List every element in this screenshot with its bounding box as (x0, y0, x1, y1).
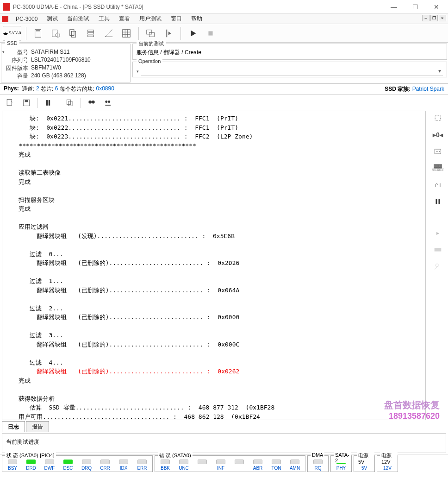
led-DWF: DWF (41, 460, 58, 471)
zero-icon[interactable]: ▸0◂ (431, 129, 444, 140)
menu-view[interactable]: 查看 (114, 14, 135, 24)
current-test-panel: 当前的测试 服务信息 / 翻译器 / Create (132, 44, 447, 60)
tab-log[interactable]: 日志 (2, 421, 25, 432)
main-toolbar: ◂▸ SATA0 (0, 24, 448, 43)
status-group-g2: 错 误 (SATA0)BBKUNCINFABRTONAMN (155, 455, 305, 472)
led-AMN: AMN (286, 460, 303, 471)
svg-rect-30 (439, 199, 440, 204)
status-group-g3: DMARQ (307, 455, 329, 472)
mdi-restore[interactable]: ❐ (430, 15, 438, 21)
status-group-g5: 电源 5V5V (354, 455, 375, 472)
serial-label: 序列号 (5, 57, 31, 64)
exit-icon[interactable] (161, 26, 176, 41)
log-console[interactable]: 块: 0x0221...............................… (2, 111, 426, 420)
svg-point-3 (56, 33, 60, 37)
menu-current-test[interactable]: 当前测试 (62, 14, 94, 24)
operation-panel: Operation ▾ (132, 62, 447, 77)
phys-line: Phys: 通道: 2 芯片: 6 每个芯片的块: 0x0890 SSD 家族:… (0, 84, 448, 95)
cap-label: 容量 (5, 72, 31, 80)
svg-rect-29 (436, 199, 437, 204)
menu-tools[interactable]: 工具 (94, 14, 114, 24)
ssd-legend: SSD (5, 40, 19, 46)
svg-point-21 (92, 101, 95, 104)
operation-caret-icon[interactable]: ▾ (137, 69, 139, 74)
svg-rect-13 (7, 100, 12, 106)
ruler-icon[interactable] (101, 26, 116, 41)
cap-value: 240 GB (468 862 128) (31, 72, 86, 80)
ssd-caret-icon[interactable]: ▾ (2, 50, 5, 54)
operation-combo[interactable] (141, 68, 443, 76)
mdi-minimize[interactable]: – (422, 15, 429, 21)
chip-icon[interactable] (431, 113, 444, 124)
svg-rect-16 (46, 100, 48, 106)
find-icon[interactable] (86, 97, 98, 109)
menubar: PC-3000 测试 当前测试 工具 查看 用户测试 窗口 帮助 – ❐ × (0, 14, 448, 24)
copy-sheets-icon[interactable] (66, 26, 81, 41)
svg-rect-17 (49, 100, 50, 106)
led-BSY: BSY (4, 460, 21, 471)
log-tabs: 日志 报告 (2, 421, 446, 432)
led-INF: INF (212, 460, 229, 471)
menu-app[interactable]: PC-3000 (11, 15, 42, 23)
perchip-value: 0x0890 (96, 85, 114, 93)
svg-rect-6 (88, 30, 94, 31)
led-TON: TON (268, 460, 285, 471)
menu-test[interactable]: 测试 (42, 14, 62, 24)
serial-value: LSL7024017109F06810 (31, 57, 91, 64)
led-ERR: ERR (134, 460, 150, 471)
save-icon[interactable] (20, 97, 32, 109)
svg-point-28 (439, 151, 440, 152)
copy-icon[interactable] (64, 97, 76, 109)
mdi-controls: – ❐ × (422, 15, 446, 21)
stop-button[interactable] (203, 26, 218, 41)
maximize-button[interactable]: ☐ (404, 0, 426, 14)
windows-icon[interactable] (143, 26, 158, 41)
model-label: 型号 (5, 49, 31, 57)
chip-value: 6 (55, 85, 58, 93)
find-next-icon[interactable] (102, 97, 114, 109)
close-button[interactable]: ✕ (426, 0, 447, 14)
status-group-g4: SATA-2PHY (330, 455, 352, 472)
svg-rect-8 (88, 35, 94, 37)
model-value: SATAFIRM S11 (31, 49, 70, 57)
menu-window[interactable]: 窗口 (166, 14, 187, 24)
svg-point-27 (437, 151, 438, 152)
led-blank (194, 460, 211, 471)
progress-legend: 当前测试进度 (6, 438, 442, 446)
tab-report[interactable]: 报告 (26, 421, 49, 432)
info-row: ▾ SSD 型号SATAFIRM S11 序列号LSL7024017109F06… (0, 43, 448, 84)
led-RQ: RQ (310, 460, 326, 471)
board-icon[interactable] (431, 146, 444, 157)
svg-rect-15 (25, 100, 28, 102)
reset-icon[interactable]: ▓▓▓RESET (431, 163, 444, 174)
fw-value: SBFM71W0 (31, 64, 61, 72)
sheet-icon[interactable] (31, 26, 46, 41)
minimize-button[interactable]: — (383, 0, 404, 14)
console-wrap: 块: 0x0221...............................… (0, 111, 448, 420)
play-button[interactable] (186, 26, 200, 41)
capacitor-icon[interactable] (431, 179, 444, 190)
led-ABR: ABR (249, 460, 266, 471)
menu-help[interactable]: 帮助 (187, 14, 207, 24)
svg-point-26 (436, 151, 437, 152)
led-DRD: DRD (23, 460, 39, 471)
mdi-close[interactable]: × (439, 15, 446, 21)
led-UNC: UNC (175, 460, 192, 471)
sata0-button[interactable]: ◂▸ SATA0 (3, 26, 21, 41)
phys-label: Phys: (4, 85, 19, 93)
perchip-label: 每个芯片的块: (60, 85, 94, 93)
led-blank (231, 460, 248, 471)
gear-sheet-icon[interactable] (49, 26, 63, 41)
window-title: PC-3000 UDMA-E - China - [PS SSD Utility… (13, 4, 383, 10)
menu-app-icon (2, 16, 8, 22)
grid-icon[interactable] (119, 26, 134, 41)
chan-label: 通道: (22, 85, 34, 93)
new-doc-icon[interactable] (4, 97, 16, 109)
pause-icon[interactable] (42, 97, 54, 109)
stack-icon[interactable] (84, 26, 99, 41)
ssd-info-panel: ▾ SSD 型号SATAFIRM S11 序列号LSL7024017109F06… (1, 44, 131, 82)
menu-user-test[interactable]: 用户测试 (135, 14, 166, 24)
led-DSC: DSC (60, 460, 76, 471)
pause-side-icon[interactable] (431, 196, 444, 207)
svg-rect-19 (68, 101, 72, 106)
